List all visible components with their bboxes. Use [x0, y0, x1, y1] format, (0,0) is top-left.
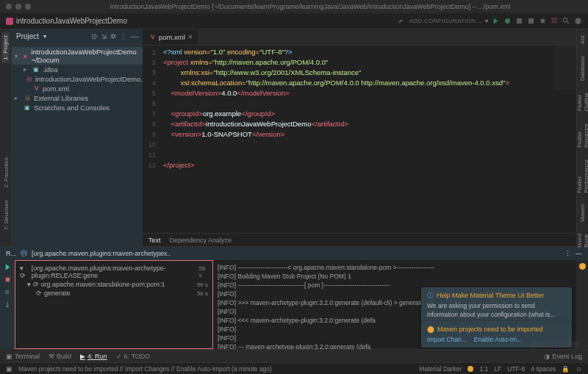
status-caret-pos[interactable]: 1:1 — [479, 365, 488, 373]
target-icon[interactable]: ⊙ — [91, 32, 97, 40]
minimize-icon[interactable] — [15, 4, 21, 10]
window-title: introductionJavaWebProjectDemo [~/Docume… — [38, 3, 582, 10]
sidebar-header: Project ▾ ⊙ ⇲ ✲ ⋮ — — [12, 29, 143, 44]
status-indicator-icon[interactable] — [467, 366, 473, 372]
editor-tab-pom[interactable]: Ⅴ pom.xml × — [143, 29, 199, 45]
tab-todo[interactable]: ✓ 6: TODO — [116, 353, 151, 360]
tree-root[interactable]: ▾■introductionJavaWebProjectDemo ~/Docum — [12, 47, 143, 65]
run-config-name[interactable]: [org.apache.maven.plugins:maven-archetyp… — [32, 250, 171, 257]
rail-tab-flutter-perf[interactable]: Flutter Performance — [576, 157, 589, 196]
tree-label: introductionJavaWebProjectDemo ~/Docum — [31, 48, 140, 64]
minimap[interactable] — [554, 46, 576, 90]
more-icon[interactable]: ⋮ — [120, 32, 127, 40]
svg-point-0 — [505, 18, 510, 24]
rail-tab-wordbook[interactable]: Word Book — [576, 231, 589, 251]
run-tree-row[interactable]: ⟳generate56 s — [18, 289, 209, 298]
hammer-icon[interactable] — [398, 17, 406, 25]
notification-maven-import[interactable]: ⬤Maven projects need to be imported Impo… — [421, 321, 572, 348]
avatar-icon[interactable] — [574, 17, 582, 25]
tree-label: introductionJavaWebProjectDemo.iml — [35, 75, 151, 83]
tree-external-libs[interactable]: ▸⌸External Libraries — [12, 93, 143, 103]
run-console[interactable]: [INFO] ------------------------< org.apa… — [213, 260, 576, 349]
maximize-icon[interactable] — [25, 4, 31, 10]
tree-scratches[interactable]: ▣Scratches and Consoles — [12, 103, 143, 112]
rail-tab-structure[interactable]: 7: Structure — [2, 197, 10, 233]
run-tree-row[interactable]: ▾ ⟳[org.apache.maven.plugins:maven-arche… — [18, 264, 209, 280]
rail-tab-ant[interactable]: Ant — [578, 32, 587, 47]
status-encoding[interactable]: UTF-8 — [507, 365, 525, 373]
editor-area: Ⅴ pom.xml × 123456789101112 <?xml versio… — [143, 29, 576, 246]
svg-point-9 — [575, 18, 581, 24]
svg-rect-4 — [551, 18, 553, 20]
enable-auto-import-link[interactable]: Enable Auto-Im... — [474, 336, 522, 343]
rail-tab-flutter-inspector[interactable]: Flutter Inspector — [576, 121, 589, 151]
chevron-down-icon[interactable]: ▾ — [43, 33, 46, 40]
close-icon[interactable] — [6, 4, 12, 10]
search-icon[interactable] — [562, 17, 570, 25]
code-content[interactable]: <?xml version="1.0" encoding="UTF-8"?><p… — [159, 46, 576, 233]
tab-dependency-analyze[interactable]: Dependency Analyze — [170, 237, 232, 244]
status-message[interactable]: Maven projects need to be imported // Im… — [18, 365, 272, 373]
notification-material-theme[interactable]: ⓘHelp Make Material Theme UI Better We a… — [421, 287, 572, 323]
add-configuration-button[interactable]: ADD CONFIGURATION... — [409, 18, 481, 24]
status-bar: ▣ Maven projects need to be imported // … — [0, 362, 588, 374]
debug-icon[interactable] — [503, 17, 512, 25]
notif-title: Help Make Material Theme UI Better — [437, 291, 544, 300]
breadcrumb[interactable]: introductionJavaWebProjectDemo — [16, 17, 127, 25]
rail-tab-maven[interactable]: Maven — [578, 201, 587, 225]
editor-tabs: Ⅴ pom.xml × — [143, 29, 576, 46]
window-controls[interactable] — [6, 4, 31, 10]
filter-icon[interactable]: ≡ — [5, 288, 10, 296]
status-indent[interactable]: 4 spaces — [531, 365, 556, 373]
import-changes-link[interactable]: Import Chan... — [427, 336, 467, 343]
tab-run[interactable]: ▶ 4: Run — [80, 353, 107, 360]
run-prefix: R... — [6, 250, 16, 257]
bottom-tool-tabs: ▣ Terminal ⚒ Build ▶ 4: Run ✓ 6: TODO ◑ … — [0, 349, 588, 362]
svg-rect-2 — [528, 18, 534, 24]
svg-point-8 — [563, 18, 567, 22]
export-icon[interactable]: ⤓ — [4, 301, 10, 309]
profile-icon[interactable] — [527, 17, 535, 25]
svg-rect-10 — [5, 278, 10, 282]
collapse-icon[interactable]: ⇲ — [101, 32, 107, 40]
notification-indicator-icon[interactable] — [579, 263, 586, 270]
run-tree-row[interactable]: ▾ ⟳org.apache.maven:standalone-pom:pom:1… — [18, 280, 209, 289]
hide-icon[interactable]: — — [131, 32, 138, 40]
gear-icon[interactable]: ✲ — [110, 32, 116, 40]
rerun-icon[interactable] — [4, 263, 12, 271]
grid-icon[interactable] — [551, 17, 559, 25]
close-icon[interactable]: × — [188, 33, 193, 41]
tab-event-log[interactable]: ◑ Event Log — [544, 353, 582, 360]
rail-tab-project[interactable]: 1: Project — [1, 32, 10, 63]
tree-folder-idea[interactable]: ▸▣.idea — [12, 65, 143, 74]
rail-tab-favorites[interactable]: 2: Favorites — [2, 154, 10, 191]
run-toolbar: ≡ ⤓ — [0, 260, 15, 349]
rail-tab-flutter-outline[interactable]: Flutter Outline — [576, 90, 589, 114]
hide-icon[interactable]: — — [576, 250, 582, 257]
more-icon[interactable]: ⋮ — [564, 250, 571, 257]
status-line-ending[interactable]: LF — [494, 365, 501, 373]
editor-bottom-tabs: Text Dependency Analyze — [143, 233, 576, 246]
tree-file-pom[interactable]: Ⅴpom.xml — [12, 84, 143, 93]
tree-label: External Libraries — [34, 94, 88, 102]
tab-text[interactable]: Text — [148, 237, 161, 244]
chevron-down-icon[interactable]: ▾ — [485, 18, 488, 24]
tab-build[interactable]: ⚒ Build — [49, 353, 71, 360]
run-icon[interactable] — [492, 17, 500, 25]
lock-icon[interactable]: 🔒 — [562, 365, 570, 373]
svg-rect-3 — [541, 19, 545, 24]
rail-tab-database[interactable]: Database — [578, 53, 587, 84]
sidebar-title[interactable]: Project — [16, 32, 39, 40]
run-test-tree: ▾ ⟳[org.apache.maven.plugins:maven-arche… — [15, 260, 213, 349]
tree-file-iml[interactable]: ▤introductionJavaWebProjectDemo.iml — [12, 74, 143, 84]
tab-terminal[interactable]: ▣ Terminal — [6, 353, 40, 360]
stop-icon[interactable] — [539, 17, 547, 25]
code-editor[interactable]: 123456789101112 <?xml version="1.0" enco… — [143, 46, 576, 233]
notif-title: Maven projects need to be imported — [437, 325, 543, 334]
tool-windows-icon[interactable]: ▣ — [6, 365, 12, 373]
line-gutter: 123456789101112 — [143, 46, 159, 233]
hector-icon[interactable]: ☺ — [576, 365, 582, 373]
stop-icon[interactable] — [4, 276, 12, 284]
status-theme[interactable]: Material Darker — [419, 365, 462, 373]
coverage-icon[interactable] — [515, 17, 523, 25]
